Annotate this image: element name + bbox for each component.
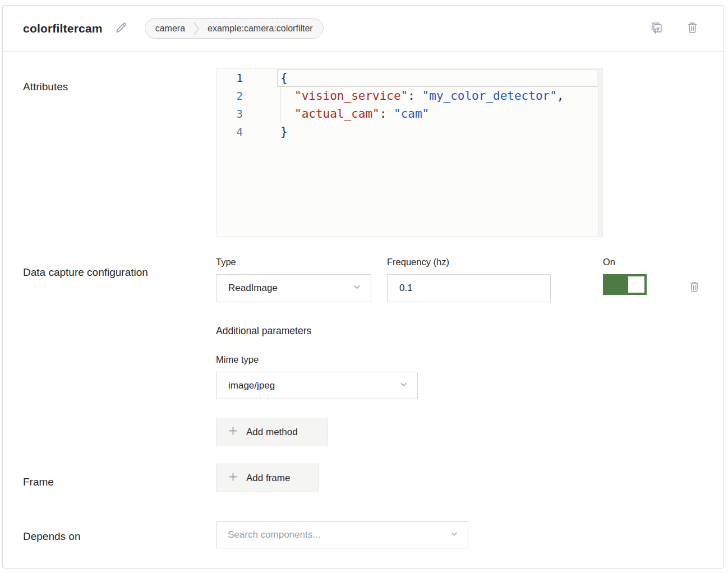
add-method-button[interactable]: Add method bbox=[216, 418, 328, 446]
frequency-input[interactable] bbox=[387, 274, 551, 302]
trash-icon bbox=[686, 21, 699, 36]
code-line-content: { bbox=[254, 69, 288, 87]
add-frame-button[interactable]: Add frame bbox=[216, 464, 319, 492]
breadcrumb-type: camera bbox=[145, 19, 192, 38]
frame-row: Frame Add frame bbox=[23, 464, 703, 492]
pencil-icon bbox=[115, 21, 128, 36]
capture-on-field: On bbox=[603, 256, 647, 295]
line-number: 3 bbox=[216, 105, 254, 123]
on-label: On bbox=[603, 256, 647, 267]
depends-on-label: Depends on bbox=[23, 521, 216, 548]
additional-parameters-label: Additional parameters bbox=[216, 325, 703, 337]
frequency-field: Frequency (hz) bbox=[387, 256, 551, 302]
mime-type-label: Mime type bbox=[216, 354, 703, 365]
trash-icon bbox=[688, 281, 701, 295]
type-label: Type bbox=[216, 256, 371, 267]
component-config-card: colorfiltercam camera example:camera:col… bbox=[2, 5, 724, 569]
code-line-content: } bbox=[254, 123, 288, 141]
capture-method-fields: Type ReadImage Frequency (hz) bbox=[216, 256, 703, 302]
depends-on-placeholder: Search components... bbox=[228, 529, 320, 540]
delete-component-button[interactable] bbox=[686, 21, 699, 36]
chevron-down-icon bbox=[399, 380, 408, 392]
attributes-json-editor[interactable]: 1 { 2 "vision_service": "my_color_detect… bbox=[216, 68, 603, 237]
line-number: 4 bbox=[216, 123, 254, 141]
frame-label: Frame bbox=[23, 464, 216, 492]
code-line: 1 { bbox=[216, 69, 602, 87]
duplicate-icon bbox=[649, 21, 664, 36]
chevron-down-icon bbox=[450, 529, 459, 541]
line-number: 2 bbox=[216, 87, 254, 105]
card-body: Attributes 1 { 2 "vision_service": "my_c… bbox=[3, 52, 724, 567]
depends-on-select[interactable]: Search components... bbox=[216, 521, 468, 548]
editor-scrollbar[interactable] bbox=[598, 69, 602, 236]
rename-button[interactable] bbox=[115, 21, 128, 36]
capture-type-select[interactable]: ReadImage bbox=[216, 274, 371, 302]
code-line-content: "actual_cam": "cam" bbox=[254, 105, 429, 123]
line-number: 1 bbox=[216, 69, 254, 87]
data-capture-row: Data capture configuration Type ReadImag… bbox=[23, 256, 703, 446]
duplicate-button[interactable] bbox=[649, 21, 664, 36]
delete-capture-method-button[interactable] bbox=[688, 281, 701, 295]
code-line-content: "vision_service": "my_color_detector", bbox=[254, 87, 564, 105]
chevron-down-icon bbox=[352, 282, 362, 294]
mime-type-select[interactable]: image/jpeg bbox=[216, 372, 418, 399]
code-line: 2 "vision_service": "my_color_detector", bbox=[216, 87, 602, 105]
capture-type-value: ReadImage bbox=[228, 283, 278, 294]
header-actions bbox=[649, 21, 699, 36]
add-frame-label: Add frame bbox=[246, 473, 290, 484]
plus-icon bbox=[228, 426, 238, 438]
depends-on-row: Depends on Search components... bbox=[23, 521, 703, 548]
frequency-label: Frequency (hz) bbox=[387, 256, 551, 267]
toggle-knob bbox=[628, 276, 644, 293]
code-line: 4 } bbox=[216, 123, 602, 141]
attributes-row: Attributes 1 { 2 "vision_service": "my_c… bbox=[23, 68, 703, 237]
code-line: 3 "actual_cam": "cam" bbox=[216, 105, 602, 123]
breadcrumb-model: example:camera:colorfilter bbox=[200, 19, 323, 38]
component-type-breadcrumb: camera example:camera:colorfilter bbox=[145, 18, 324, 39]
capture-on-toggle[interactable] bbox=[603, 274, 647, 295]
add-method-label: Add method bbox=[246, 427, 298, 438]
data-capture-label: Data capture configuration bbox=[23, 256, 216, 446]
component-name: colorfiltercam bbox=[23, 22, 103, 35]
attributes-label: Attributes bbox=[23, 68, 216, 237]
capture-type-field: Type ReadImage bbox=[216, 256, 371, 302]
plus-icon bbox=[228, 472, 238, 484]
card-header: colorfiltercam camera example:camera:col… bbox=[3, 6, 724, 52]
chevron-right-icon bbox=[192, 21, 200, 36]
mime-type-value: image/jpeg bbox=[228, 380, 275, 391]
